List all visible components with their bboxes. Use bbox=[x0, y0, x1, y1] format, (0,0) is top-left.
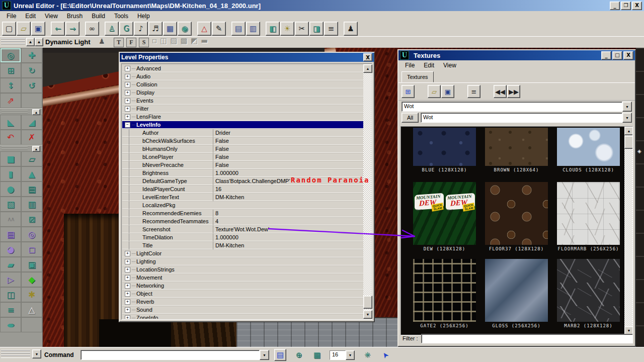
loft-brush-icon[interactable]: ▷ bbox=[0, 272, 21, 287]
decal-icon[interactable]: ◨ bbox=[309, 22, 324, 36]
menu-item[interactable]: Help bbox=[133, 12, 154, 21]
torus-brush-icon[interactable]: ◎ bbox=[21, 227, 42, 242]
save-package-icon[interactable]: ▣ bbox=[441, 85, 454, 98]
texture-tile[interactable]: MARB2 (128X128) bbox=[557, 259, 620, 328]
curved-stair-brush-icon[interactable]: ▤ bbox=[21, 182, 42, 197]
grid-icon[interactable]: ▦ bbox=[311, 349, 323, 360]
vertex-edit-icon[interactable]: ⇗ bbox=[0, 93, 21, 108]
search-actors-icon[interactable]: ∞ bbox=[85, 22, 99, 36]
joystick-icon[interactable]: ♟ bbox=[344, 22, 358, 36]
mesh-browser-icon[interactable]: ◉ bbox=[178, 22, 192, 36]
texture-tile[interactable]: BROWN (128X64) bbox=[485, 128, 548, 172]
light-icon[interactable]: ☀ bbox=[280, 22, 294, 36]
property-value[interactable]: False bbox=[213, 137, 363, 145]
stair-volume-brush-icon[interactable]: ▤ bbox=[0, 227, 21, 242]
clip-flip-icon[interactable]: ↶ bbox=[0, 130, 21, 145]
texture-tile[interactable]: GATE2 (256X256) bbox=[413, 259, 476, 328]
cut-cylinder-brush-icon[interactable]: ◕ bbox=[0, 242, 21, 257]
scroll-up-icon[interactable]: ▲ bbox=[363, 64, 372, 73]
expand-plus-icon[interactable]: + bbox=[125, 259, 130, 264]
expand-plus-icon[interactable]: + bbox=[125, 299, 130, 305]
property-group-row[interactable]: + ZoneInfo bbox=[122, 314, 363, 319]
restore-button[interactable]: ❐ bbox=[621, 2, 631, 10]
separator[interactable] bbox=[226, 22, 231, 35]
empty-cell[interactable] bbox=[21, 93, 42, 108]
terrain-brush-icon[interactable]: ∧∧ bbox=[0, 212, 21, 227]
property-group-row[interactable]: + Networking bbox=[122, 282, 363, 290]
sidebar-scroll-up-icon[interactable]: ▲ bbox=[26, 38, 35, 46]
level-properties-titlebar[interactable]: Level Properties X bbox=[120, 53, 374, 62]
collapse-section-icon[interactable]: ▲ bbox=[32, 146, 40, 152]
chevron-down-icon[interactable]: ▼ bbox=[346, 350, 355, 360]
expand-plus-icon[interactable]: + bbox=[125, 98, 130, 104]
empty-cell[interactable] bbox=[21, 317, 42, 332]
property-value[interactable]: Drider bbox=[213, 129, 363, 137]
all-button[interactable]: All bbox=[401, 113, 419, 123]
filter-input[interactable] bbox=[421, 334, 633, 343]
expand-plus-icon[interactable]: + bbox=[125, 315, 130, 319]
bsp-view-icon[interactable]: ▨ bbox=[170, 37, 177, 45]
expand-plus-icon[interactable]: + bbox=[125, 291, 130, 297]
textured-view-icon[interactable]: ◩ bbox=[191, 37, 198, 45]
properties-scrollbar[interactable]: ▲ ▼ bbox=[363, 64, 371, 319]
separator[interactable] bbox=[415, 85, 427, 98]
separator[interactable] bbox=[339, 22, 343, 35]
separator[interactable] bbox=[455, 85, 467, 98]
menu-item[interactable]: Build bbox=[87, 12, 110, 21]
next-group-icon[interactable]: ▶▶ bbox=[507, 85, 520, 98]
flat-view-icon[interactable]: ▬ bbox=[201, 37, 208, 45]
texture-browser-icon[interactable]: ▦ bbox=[163, 22, 177, 36]
grid-size-dropdown[interactable]: 16 ▼ bbox=[330, 350, 355, 360]
chevron-down-icon[interactable]: ▼ bbox=[260, 350, 269, 360]
menu-item[interactable]: View bbox=[40, 12, 62, 21]
package-tree-icon[interactable]: ⊞ bbox=[401, 85, 415, 98]
sidebar-scroll-up2-icon[interactable]: ▲ bbox=[35, 38, 43, 46]
textures-titlebar[interactable]: U Textures _ □ X bbox=[398, 50, 635, 60]
property-group-row[interactable]: + LightColor bbox=[122, 249, 363, 257]
property-group-row[interactable]: + Collision bbox=[122, 80, 363, 88]
package-dropdown-value[interactable]: Wot bbox=[401, 102, 622, 112]
menu-item[interactable]: File bbox=[400, 61, 419, 70]
brush-polygon-icon[interactable]: △ bbox=[197, 22, 211, 36]
surface-properties-icon[interactable]: ✎ bbox=[212, 22, 226, 36]
property-value[interactable]: 4 bbox=[213, 218, 363, 225]
sound-browser-icon[interactable]: ♬ bbox=[148, 22, 163, 36]
property-row[interactable]: LocalizedPkg bbox=[122, 201, 363, 209]
linear-stair-brush-icon[interactable]: ▥ bbox=[21, 197, 42, 212]
grid-size-value[interactable]: 16 bbox=[330, 350, 346, 360]
tessellated-brush-icon[interactable]: ▣ bbox=[21, 257, 42, 272]
group-browser-icon[interactable]: G bbox=[119, 22, 133, 36]
clip-marker-2-icon[interactable]: ◢ bbox=[21, 115, 42, 130]
view-flag-button[interactable]: T bbox=[114, 38, 124, 47]
separator[interactable] bbox=[192, 22, 197, 35]
actor-crosshair-icon[interactable]: ⊕ bbox=[293, 349, 304, 360]
dodecahedron-brush-icon[interactable]: ◆ bbox=[21, 272, 42, 287]
property-group-row[interactable]: + LocationStrings bbox=[122, 265, 363, 274]
property-value[interactable]: DM-Kitchen bbox=[213, 194, 363, 201]
save-map-icon[interactable]: ▣ bbox=[31, 22, 45, 36]
mound-brush-icon[interactable]: △ bbox=[21, 302, 42, 317]
cone-brush-icon[interactable]: ▲ bbox=[21, 166, 42, 182]
menu-item[interactable]: Edit bbox=[419, 61, 439, 70]
chevron-down-icon[interactable]: ▼ bbox=[622, 102, 632, 112]
texture-tile[interactable]: MOUNTAIN DEW QUICKSLAM 20 oz. MOUNTAIN D… bbox=[413, 182, 476, 251]
translate-icon[interactable]: ⊞ bbox=[0, 63, 21, 78]
texture-tile[interactable]: GLOSS (256X256) bbox=[485, 259, 548, 328]
scroll-thumb[interactable] bbox=[363, 296, 372, 309]
sphere-brush-icon[interactable]: ● bbox=[0, 182, 21, 197]
property-row[interactable]: IdealPlayerCount 16 bbox=[122, 185, 363, 193]
free-rotate-icon[interactable]: ↺ bbox=[21, 78, 42, 93]
scale-icon[interactable]: ↕ bbox=[0, 78, 21, 93]
select-cursor-icon[interactable]: ➤ bbox=[380, 349, 391, 360]
property-group-row[interactable]: + Object bbox=[122, 290, 363, 298]
property-value[interactable]: DM-Kitchen bbox=[213, 242, 363, 249]
property-value[interactable]: False bbox=[213, 145, 363, 153]
minimize-button[interactable]: _ bbox=[601, 51, 611, 60]
chevron-down-icon[interactable]: ▼ bbox=[622, 113, 632, 123]
maximize-button[interactable]: □ bbox=[612, 51, 622, 60]
wheel-icon[interactable]: ✳ bbox=[362, 349, 373, 360]
scroll-down-icon[interactable]: ▼ bbox=[363, 310, 372, 319]
property-group-row[interactable]: + Filter bbox=[122, 105, 363, 113]
menu-item[interactable]: Brush bbox=[62, 12, 87, 21]
expand-plus-icon[interactable]: + bbox=[125, 283, 130, 289]
